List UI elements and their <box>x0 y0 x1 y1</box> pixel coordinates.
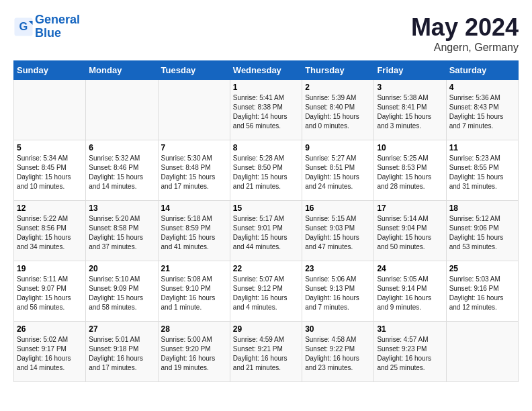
day-number: 30 <box>305 324 371 334</box>
day-info: Sunrise: 5:23 AMSunset: 8:55 PMDaylight:… <box>449 154 515 191</box>
calendar-cell: 17Sunrise: 5:14 AMSunset: 9:04 PMDayligh… <box>374 201 446 261</box>
day-number: 23 <box>305 264 371 273</box>
column-header-saturday: Saturday <box>446 61 518 80</box>
column-header-wednesday: Wednesday <box>230 61 302 80</box>
day-info: Sunrise: 5:27 AMSunset: 8:51 PMDaylight:… <box>305 154 371 191</box>
calendar-table: SundayMondayTuesdayWednesdayThursdayFrid… <box>13 60 519 382</box>
day-info: Sunrise: 5:01 AMSunset: 9:18 PMDaylight:… <box>89 335 154 373</box>
day-info: Sunrise: 5:15 AMSunset: 9:03 PMDaylight:… <box>305 214 371 252</box>
calendar-cell: 2Sunrise: 5:39 AMSunset: 8:40 PMDaylight… <box>302 80 374 140</box>
day-number: 14 <box>161 203 227 213</box>
column-header-thursday: Thursday <box>302 61 374 80</box>
day-number: 12 <box>17 203 83 213</box>
day-info: Sunrise: 5:02 AMSunset: 9:17 PMDaylight:… <box>17 335 83 373</box>
calendar-cell: 24Sunrise: 5:05 AMSunset: 9:14 PMDayligh… <box>374 261 446 322</box>
calendar-cell: 23Sunrise: 5:06 AMSunset: 9:13 PMDayligh… <box>302 261 374 322</box>
day-info: Sunrise: 5:41 AMSunset: 8:38 PMDaylight:… <box>233 93 299 131</box>
day-number: 3 <box>377 83 443 92</box>
day-number: 10 <box>377 143 443 152</box>
day-info: Sunrise: 5:17 AMSunset: 9:01 PMDaylight:… <box>233 214 299 252</box>
calendar-cell: 19Sunrise: 5:11 AMSunset: 9:07 PMDayligh… <box>14 261 86 322</box>
logo: G General Blue <box>13 13 80 40</box>
day-number: 25 <box>449 264 515 273</box>
day-number: 27 <box>89 324 154 334</box>
day-number: 4 <box>449 83 515 92</box>
day-info: Sunrise: 5:20 AMSunset: 8:58 PMDaylight:… <box>89 214 154 252</box>
calendar-cell: 8Sunrise: 5:28 AMSunset: 8:50 PMDaylight… <box>230 140 302 201</box>
calendar-cell: 7Sunrise: 5:30 AMSunset: 8:48 PMDaylight… <box>158 140 230 201</box>
day-number: 17 <box>377 203 443 213</box>
week-row-5: 26Sunrise: 5:02 AMSunset: 9:17 PMDayligh… <box>14 322 519 382</box>
page-header: G General Blue May 2024 Angern, Germany <box>13 13 519 54</box>
calendar-cell: 16Sunrise: 5:15 AMSunset: 9:03 PMDayligh… <box>302 201 374 261</box>
day-number: 16 <box>305 203 371 213</box>
day-info: Sunrise: 4:58 AMSunset: 9:22 PMDaylight:… <box>305 335 371 373</box>
logo-icon: G <box>13 17 34 37</box>
column-header-friday: Friday <box>374 61 446 80</box>
day-info: Sunrise: 5:22 AMSunset: 8:56 PMDaylight:… <box>17 214 83 252</box>
day-info: Sunrise: 5:18 AMSunset: 8:59 PMDaylight:… <box>161 214 227 252</box>
week-row-1: 1Sunrise: 5:41 AMSunset: 8:38 PMDaylight… <box>14 80 519 140</box>
calendar-cell: 1Sunrise: 5:41 AMSunset: 8:38 PMDaylight… <box>230 80 302 140</box>
calendar-cell: 31Sunrise: 4:57 AMSunset: 9:23 PMDayligh… <box>374 322 446 382</box>
column-header-sunday: Sunday <box>14 61 86 80</box>
day-number: 11 <box>449 143 515 152</box>
day-info: Sunrise: 5:03 AMSunset: 9:16 PMDaylight:… <box>449 275 515 312</box>
day-info: Sunrise: 5:05 AMSunset: 9:14 PMDaylight:… <box>377 275 443 312</box>
day-info: Sunrise: 5:06 AMSunset: 9:13 PMDaylight:… <box>305 275 371 312</box>
day-number: 19 <box>17 264 83 273</box>
day-number: 9 <box>305 143 371 152</box>
calendar-title: May 2024 <box>411 13 519 42</box>
day-number: 22 <box>233 264 299 273</box>
day-number: 5 <box>17 143 83 152</box>
calendar-cell <box>158 80 230 140</box>
day-info: Sunrise: 4:59 AMSunset: 9:21 PMDaylight:… <box>233 335 299 373</box>
calendar-cell: 28Sunrise: 5:00 AMSunset: 9:20 PMDayligh… <box>158 322 230 382</box>
logo-text-line1: General <box>35 13 80 27</box>
column-header-monday: Monday <box>86 61 158 80</box>
header-row: SundayMondayTuesdayWednesdayThursdayFrid… <box>14 61 519 80</box>
day-number: 8 <box>233 143 299 152</box>
calendar-cell: 18Sunrise: 5:12 AMSunset: 9:06 PMDayligh… <box>446 201 518 261</box>
day-number: 1 <box>233 83 299 92</box>
week-row-4: 19Sunrise: 5:11 AMSunset: 9:07 PMDayligh… <box>14 261 519 322</box>
day-info: Sunrise: 5:11 AMSunset: 9:07 PMDaylight:… <box>17 275 83 312</box>
day-info: Sunrise: 5:32 AMSunset: 8:46 PMDaylight:… <box>89 154 154 191</box>
day-number: 21 <box>161 264 227 273</box>
day-number: 24 <box>377 264 443 273</box>
day-info: Sunrise: 5:08 AMSunset: 9:10 PMDaylight:… <box>161 275 227 312</box>
day-number: 2 <box>305 83 371 92</box>
day-number: 13 <box>89 203 154 213</box>
week-row-2: 5Sunrise: 5:34 AMSunset: 8:45 PMDaylight… <box>14 140 519 201</box>
calendar-cell: 27Sunrise: 5:01 AMSunset: 9:18 PMDayligh… <box>86 322 158 382</box>
calendar-cell: 10Sunrise: 5:25 AMSunset: 8:53 PMDayligh… <box>374 140 446 201</box>
calendar-cell <box>86 80 158 140</box>
calendar-cell: 22Sunrise: 5:07 AMSunset: 9:12 PMDayligh… <box>230 261 302 322</box>
day-number: 7 <box>161 143 227 152</box>
calendar-cell: 6Sunrise: 5:32 AMSunset: 8:46 PMDaylight… <box>86 140 158 201</box>
day-number: 26 <box>17 324 83 334</box>
calendar-subtitle: Angern, Germany <box>411 42 519 54</box>
calendar-cell: 12Sunrise: 5:22 AMSunset: 8:56 PMDayligh… <box>14 201 86 261</box>
calendar-cell: 15Sunrise: 5:17 AMSunset: 9:01 PMDayligh… <box>230 201 302 261</box>
week-row-3: 12Sunrise: 5:22 AMSunset: 8:56 PMDayligh… <box>14 201 519 261</box>
day-info: Sunrise: 5:12 AMSunset: 9:06 PMDaylight:… <box>449 214 515 252</box>
calendar-cell: 11Sunrise: 5:23 AMSunset: 8:55 PMDayligh… <box>446 140 518 201</box>
logo-text-line2: Blue <box>35 27 80 40</box>
svg-text:G: G <box>19 19 28 32</box>
day-number: 20 <box>89 264 154 273</box>
calendar-cell: 20Sunrise: 5:10 AMSunset: 9:09 PMDayligh… <box>86 261 158 322</box>
day-info: Sunrise: 4:57 AMSunset: 9:23 PMDaylight:… <box>377 335 443 373</box>
day-number: 6 <box>89 143 154 152</box>
day-info: Sunrise: 5:00 AMSunset: 9:20 PMDaylight:… <box>161 335 227 373</box>
calendar-cell: 25Sunrise: 5:03 AMSunset: 9:16 PMDayligh… <box>446 261 518 322</box>
day-number: 29 <box>233 324 299 334</box>
title-block: May 2024 Angern, Germany <box>411 13 519 54</box>
calendar-cell <box>446 322 518 382</box>
day-info: Sunrise: 5:28 AMSunset: 8:50 PMDaylight:… <box>233 154 299 191</box>
calendar-cell: 30Sunrise: 4:58 AMSunset: 9:22 PMDayligh… <box>302 322 374 382</box>
day-info: Sunrise: 5:34 AMSunset: 8:45 PMDaylight:… <box>17 154 83 191</box>
day-info: Sunrise: 5:07 AMSunset: 9:12 PMDaylight:… <box>233 275 299 312</box>
calendar-cell: 4Sunrise: 5:36 AMSunset: 8:43 PMDaylight… <box>446 80 518 140</box>
calendar-cell: 21Sunrise: 5:08 AMSunset: 9:10 PMDayligh… <box>158 261 230 322</box>
